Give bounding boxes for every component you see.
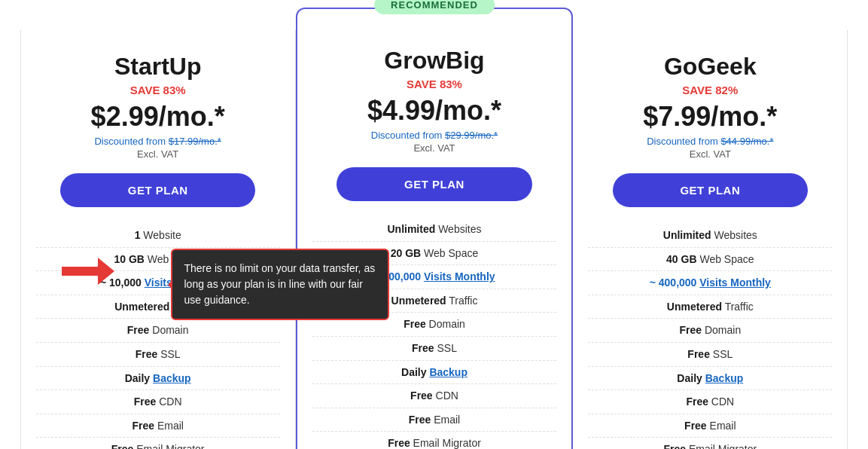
feature-websites: 1 Website bbox=[36, 224, 280, 248]
feature-email-migrator: Free Email Migrator bbox=[588, 438, 832, 449]
arrow-icon bbox=[62, 258, 114, 285]
feature-cdn: Free CDN bbox=[36, 390, 280, 414]
price-startup: $2.99/mo.* bbox=[36, 101, 280, 133]
excl-vat-growbig: Excl. VAT bbox=[312, 142, 556, 154]
get-plan-button-growbig[interactable]: GET PLAN bbox=[337, 167, 531, 201]
excl-vat-gogeek: Excl. VAT bbox=[588, 148, 832, 160]
plan-card-startup: StartUp SAVE 83% $2.99/mo.* Discounted f… bbox=[20, 30, 296, 449]
excl-vat-startup: Excl. VAT bbox=[36, 148, 280, 160]
arrow-container bbox=[62, 258, 114, 285]
recommended-badge: RECOMMENDED bbox=[374, 0, 495, 14]
feature-cdn: Free CDN bbox=[588, 390, 832, 414]
feature-backup: Daily Backup bbox=[588, 367, 832, 391]
feature-ssl: Free SSL bbox=[588, 343, 832, 367]
feature-email: Free Email bbox=[588, 414, 832, 438]
plan-name-growbig: GrowBig bbox=[312, 47, 556, 75]
feature-email: Free Email bbox=[312, 408, 556, 432]
get-plan-button-gogeek[interactable]: GET PLAN bbox=[613, 173, 808, 207]
svg-rect-0 bbox=[62, 267, 98, 276]
feature-ssl: Free SSL bbox=[36, 343, 280, 367]
feature-webspace: 40 GB Web Space bbox=[588, 248, 832, 272]
plan-card-growbig: RECOMMENDED GrowBig SAVE 83% $4.99/mo.* … bbox=[296, 8, 573, 449]
feature-visits: ~ 400,000 Visits Monthly bbox=[588, 271, 832, 295]
get-plan-button-startup[interactable]: GET PLAN bbox=[60, 173, 255, 207]
svg-marker-1 bbox=[98, 258, 114, 285]
discounted-from-startup: Discounted from $17.99/mo.* bbox=[36, 136, 280, 147]
feature-websites: Unlimited Websites bbox=[588, 224, 832, 248]
feature-email: Free Email bbox=[36, 414, 280, 438]
feature-cdn: Free CDN bbox=[312, 384, 556, 408]
features-list-gogeek: Unlimited Websites 40 GB Web Space ~ 400… bbox=[588, 224, 832, 449]
price-growbig: $4.99/mo.* bbox=[312, 95, 556, 127]
tooltip-box: There is no limit on your data transfer,… bbox=[171, 249, 389, 320]
plan-card-gogeek: GoGeek SAVE 82% $7.99/mo.* Discounted fr… bbox=[573, 30, 848, 449]
feature-traffic: Unmetered Traffic bbox=[588, 295, 832, 319]
tooltip-text: There is no limit on your data transfer,… bbox=[184, 262, 376, 306]
save-badge-startup: SAVE 83% bbox=[36, 84, 280, 96]
pricing-container: StartUp SAVE 83% $2.99/mo.* Discounted f… bbox=[20, 30, 848, 449]
plan-name-gogeek: GoGeek bbox=[588, 53, 832, 81]
save-badge-growbig: SAVE 83% bbox=[312, 78, 556, 90]
feature-websites: Unlimited Websites bbox=[312, 218, 556, 242]
feature-domain: Free Domain bbox=[36, 319, 280, 343]
feature-email-migrator: Free Email Migrator bbox=[312, 432, 556, 449]
save-badge-gogeek: SAVE 82% bbox=[588, 84, 832, 96]
feature-email-migrator: Free Email Migrator bbox=[36, 438, 280, 449]
discounted-from-growbig: Discounted from $29.99/mo.* bbox=[312, 130, 556, 141]
price-gogeek: $7.99/mo.* bbox=[588, 101, 832, 133]
plan-name-startup: StartUp bbox=[36, 53, 280, 81]
feature-domain: Free Domain bbox=[588, 319, 832, 343]
feature-backup: Daily Backup bbox=[36, 367, 280, 391]
feature-ssl: Free SSL bbox=[312, 337, 556, 361]
discounted-from-gogeek: Discounted from $44.99/mo.* bbox=[588, 136, 832, 147]
feature-backup: Daily Backup bbox=[312, 361, 556, 385]
